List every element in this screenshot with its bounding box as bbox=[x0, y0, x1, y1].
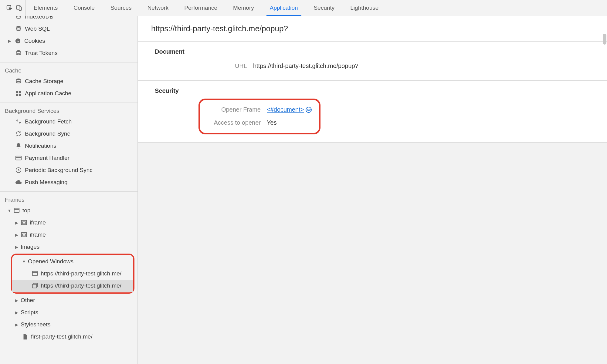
reveal-element-icon[interactable]: </> bbox=[306, 107, 312, 113]
sidebar-item-label: Trust Tokens bbox=[25, 50, 58, 56]
sidebar-item-indexeddb[interactable]: IndexedDB bbox=[0, 16, 137, 23]
tab-elements[interactable]: Elements bbox=[26, 0, 66, 16]
window-icon bbox=[13, 207, 20, 214]
frame-scripts[interactable]: ▶ Scripts bbox=[0, 306, 137, 318]
frame-details-panel: https://third-party-test.glitch.me/popup… bbox=[138, 16, 607, 364]
frame-other[interactable]: ▶ Other bbox=[0, 294, 137, 306]
opened-window-2[interactable]: https://third-party-test.glitch.me/ bbox=[12, 280, 133, 292]
sidebar-item-payment-handler[interactable]: Payment Handler bbox=[0, 152, 137, 164]
frame-top[interactable]: ▼ top bbox=[0, 204, 137, 217]
device-toggle-icon[interactable] bbox=[16, 5, 22, 11]
collapse-arrow-icon[interactable]: ▼ bbox=[7, 208, 12, 213]
sidebar-item-label: Cache Storage bbox=[25, 78, 63, 85]
iframe-icon bbox=[21, 219, 27, 226]
expand-arrow-icon[interactable]: ▶ bbox=[15, 298, 19, 303]
frame-iframe-1[interactable]: ▶ iframe bbox=[0, 217, 137, 229]
svg-rect-12 bbox=[19, 91, 21, 93]
sidebar-item-background-sync[interactable]: Background Sync bbox=[0, 128, 137, 140]
expand-arrow-icon[interactable]: ▶ bbox=[15, 245, 19, 249]
sidebar-item-cache-storage[interactable]: Cache Storage bbox=[0, 75, 137, 87]
tab-memory[interactable]: Memory bbox=[225, 0, 262, 16]
expand-arrow-icon[interactable]: ▶ bbox=[7, 39, 12, 43]
tab-security[interactable]: Security bbox=[306, 0, 343, 16]
url-label: URL bbox=[138, 62, 253, 69]
frame-leaf-stylesheet[interactable]: first-party-test.glitch.me/ bbox=[0, 331, 137, 343]
opener-frame-label: Opener Frame bbox=[203, 106, 267, 113]
sidebar-item-websql[interactable]: Web SQL bbox=[0, 23, 137, 35]
scrollbar-thumb[interactable] bbox=[603, 34, 606, 45]
database-icon bbox=[15, 16, 22, 20]
access-value: Yes bbox=[267, 119, 277, 126]
fetch-icon bbox=[15, 118, 22, 125]
svg-point-9 bbox=[16, 50, 21, 52]
svg-rect-22 bbox=[32, 271, 38, 276]
document-heading: Document bbox=[138, 47, 607, 59]
frame-stylesheets[interactable]: ▶ Stylesheets bbox=[0, 318, 137, 331]
sidebar-item-trust-tokens[interactable]: Trust Tokens bbox=[0, 47, 137, 59]
sync-icon bbox=[15, 130, 22, 137]
database-icon bbox=[15, 78, 22, 85]
sidebar-item-label: Push Messaging bbox=[25, 179, 67, 186]
toolbar-icons bbox=[3, 0, 26, 16]
sidebar-item-push-messaging[interactable]: Push Messaging bbox=[0, 176, 137, 188]
sidebar-item-label: Cookies bbox=[24, 38, 45, 44]
opener-frame-link[interactable]: <#document> bbox=[267, 106, 304, 113]
frame-images[interactable]: ▶ Images bbox=[0, 241, 137, 253]
tabs-list: Elements Console Sources Network Perform… bbox=[26, 0, 386, 16]
opened-window-1[interactable]: https://third-party-test.glitch.me/ bbox=[12, 268, 133, 280]
url-value: https://third-party-test.glitch.me/popup… bbox=[253, 62, 358, 69]
opener-frame-row: Opener Frame <#document> </> bbox=[203, 103, 312, 116]
svg-rect-2 bbox=[19, 7, 21, 10]
sidebar-item-label: IndexedDB bbox=[25, 16, 53, 20]
database-icon bbox=[15, 25, 22, 32]
highlight-opened-windows: ▼ Opened Windows https://third-party-tes… bbox=[11, 254, 134, 294]
document-section: Document URL https://third-party-test.gl… bbox=[138, 42, 607, 81]
frame-label: Opened Windows bbox=[28, 258, 73, 265]
application-sidebar: IndexedDB Web SQL ▶ Cookies Trust Token bbox=[0, 16, 138, 364]
expand-arrow-icon[interactable]: ▶ bbox=[15, 310, 19, 315]
svg-rect-15 bbox=[16, 156, 21, 160]
sidebar-item-application-cache[interactable]: Application Cache bbox=[0, 87, 137, 99]
collapse-arrow-icon[interactable]: ▼ bbox=[22, 259, 26, 264]
tab-lighthouse[interactable]: Lighthouse bbox=[342, 0, 386, 16]
frame-label: Other bbox=[21, 297, 35, 304]
svg-rect-19 bbox=[22, 222, 25, 224]
sidebar-item-background-fetch[interactable]: Background Fetch bbox=[0, 116, 137, 128]
inspect-icon[interactable] bbox=[6, 5, 13, 11]
devtools-tabs-bar: Elements Console Sources Network Perform… bbox=[0, 0, 607, 16]
frame-label: https://third-party-test.glitch.me/ bbox=[41, 270, 121, 277]
clock-icon bbox=[15, 167, 22, 174]
security-section: Security Opener Frame <#document> </> Ac… bbox=[138, 81, 607, 143]
sidebar-item-periodic-sync[interactable]: Periodic Background Sync bbox=[0, 164, 137, 176]
svg-point-5 bbox=[15, 39, 21, 44]
tab-application[interactable]: Application bbox=[262, 0, 306, 16]
frame-label: iframe bbox=[30, 231, 46, 238]
svg-point-6 bbox=[17, 40, 18, 41]
access-label: Access to opener bbox=[203, 119, 267, 126]
tab-console[interactable]: Console bbox=[66, 0, 103, 16]
expand-arrow-icon[interactable]: ▶ bbox=[15, 221, 19, 225]
grid-icon bbox=[15, 90, 22, 97]
section-title-background: Background Services bbox=[0, 105, 137, 116]
expand-arrow-icon[interactable]: ▶ bbox=[15, 233, 19, 237]
frame-label: iframe bbox=[30, 219, 46, 226]
security-heading: Security bbox=[138, 86, 607, 99]
sidebar-item-label: Background Fetch bbox=[25, 118, 72, 125]
cloud-icon bbox=[15, 179, 22, 186]
svg-rect-21 bbox=[22, 234, 25, 236]
sidebar-item-cookies[interactable]: ▶ Cookies bbox=[0, 35, 137, 47]
tab-network[interactable]: Network bbox=[140, 0, 177, 16]
expand-arrow-icon[interactable]: ▶ bbox=[15, 322, 19, 327]
svg-point-7 bbox=[18, 41, 19, 42]
tab-sources[interactable]: Sources bbox=[103, 0, 140, 16]
svg-rect-11 bbox=[16, 91, 18, 93]
access-to-opener-row: Access to opener Yes bbox=[203, 116, 312, 129]
sidebar-item-notifications[interactable]: Notifications bbox=[0, 140, 137, 152]
sidebar-item-label: Application Cache bbox=[25, 90, 71, 97]
highlight-security-box: Opener Frame <#document> </> Access to o… bbox=[198, 99, 320, 134]
frame-iframe-2[interactable]: ▶ iframe bbox=[0, 229, 137, 241]
frame-opened-windows[interactable]: ▼ Opened Windows bbox=[12, 255, 133, 268]
tab-performance[interactable]: Performance bbox=[176, 0, 225, 16]
frame-label: top bbox=[22, 207, 30, 214]
section-title-cache: Cache bbox=[0, 64, 137, 75]
